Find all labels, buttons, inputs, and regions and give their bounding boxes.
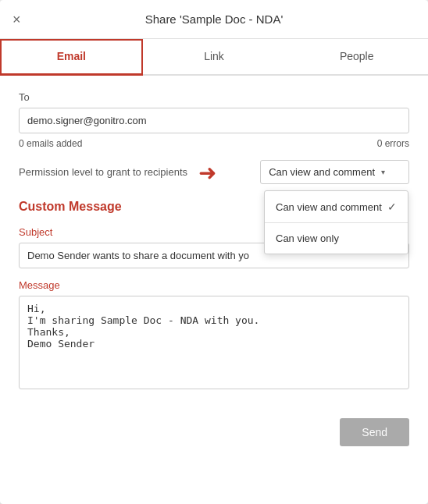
message-textarea[interactable]: Hi, I'm sharing Sample Doc - NDA with yo… — [19, 296, 409, 389]
permission-row: Permission level to grant to recipients … — [19, 160, 409, 184]
tab-email[interactable]: Email — [0, 39, 143, 76]
permission-label: Permission level to grant to recipients — [19, 166, 187, 178]
permission-selected-text: Can view and comment — [269, 166, 375, 178]
permission-dropdown-menu: Can view and comment ✓ Can view only — [264, 190, 408, 254]
to-input[interactable] — [19, 108, 409, 133]
emails-added-count: 0 emails added — [19, 138, 82, 149]
dropdown-item-view-comment[interactable]: Can view and comment ✓ — [265, 191, 408, 223]
tab-link[interactable]: Link — [143, 39, 286, 76]
tab-people[interactable]: People — [285, 39, 428, 76]
send-button[interactable]: Send — [340, 418, 409, 446]
email-stats: 0 emails added 0 errors — [19, 138, 409, 149]
errors-count: 0 errors — [377, 138, 409, 149]
modal-footer: Send — [0, 407, 428, 457]
chevron-down-icon: ▾ — [381, 168, 385, 176]
modal-body: To 0 emails added 0 errors Permission le… — [0, 76, 428, 407]
modal-title: Share 'Sample Doc - NDA' — [145, 12, 284, 26]
arrow-indicator: ➜ — [198, 159, 216, 185]
dropdown-item-view-only[interactable]: Can view only — [265, 223, 408, 254]
to-label: To — [19, 91, 409, 103]
dropdown-item-label: Can view and comment — [276, 201, 382, 213]
modal-header: × Share 'Sample Doc - NDA' — [0, 0, 428, 39]
tab-bar: Email Link People — [0, 39, 428, 76]
share-modal: × Share 'Sample Doc - NDA' Email Link Pe… — [0, 0, 428, 504]
permission-dropdown[interactable]: Can view and comment ▾ Can view and comm… — [260, 160, 409, 184]
close-button[interactable]: × — [12, 12, 21, 27]
check-icon: ✓ — [387, 201, 397, 213]
dropdown-item-label: Can view only — [276, 232, 339, 244]
message-label: Message — [19, 279, 409, 291]
